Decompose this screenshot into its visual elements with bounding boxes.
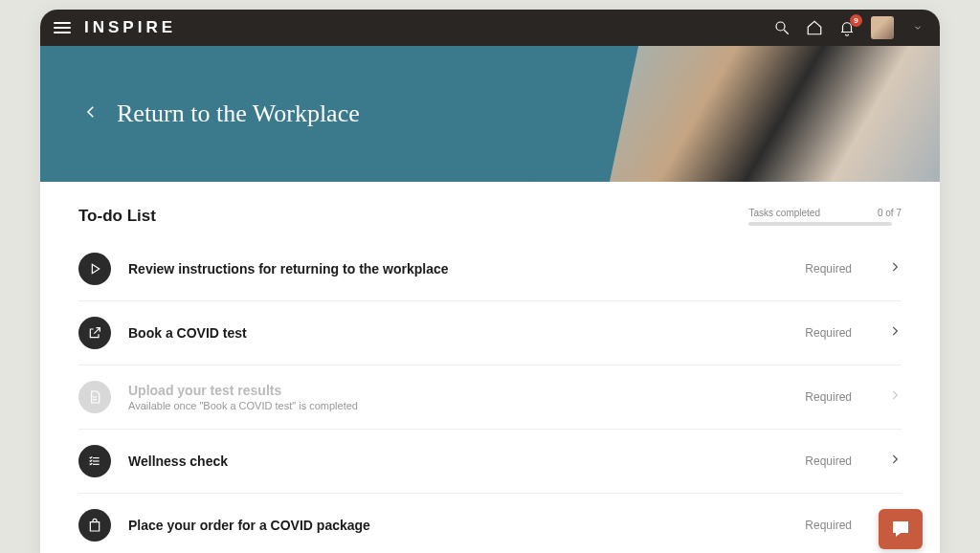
notifications-icon[interactable]: 9 [838, 19, 856, 36]
notification-badge: 9 [850, 14, 862, 27]
progress-bar [748, 222, 892, 226]
chat-button[interactable] [879, 509, 923, 549]
app-window: INSPIRE 9 Return to the Workplace [40, 10, 940, 553]
todo-tag: Required [805, 390, 852, 404]
svg-point-8 [902, 526, 904, 528]
topbar-actions: 9 [773, 16, 926, 39]
shopping-bag-icon [78, 509, 111, 542]
todo-title: Place your order for a COVID package [128, 518, 788, 533]
todo-subtitle: Available once "Book a COVID test" is co… [128, 400, 788, 411]
todo-item-order-package[interactable]: Place your order for a COVID package Req… [78, 494, 902, 553]
page-title: Return to the Workplace [117, 100, 360, 128]
todo-title: Upload your test results [128, 383, 788, 398]
todo-title: Wellness check [128, 453, 788, 469]
chevron-right-icon [888, 453, 902, 470]
chevron-right-icon [888, 388, 902, 406]
list-header: To-do List Tasks completed 0 of 7 [78, 207, 902, 226]
todo-item-wellness-check[interactable]: Wellness check Required [78, 430, 902, 494]
avatar[interactable] [871, 16, 894, 39]
todo-item-book-covid-test[interactable]: Book a COVID test Required [78, 301, 902, 365]
svg-marker-2 [92, 264, 99, 273]
todo-tag: Required [805, 262, 852, 276]
menu-icon[interactable] [54, 22, 71, 33]
list-heading: To-do List [78, 207, 156, 226]
todo-title: Book a COVID test [128, 325, 788, 341]
progress-indicator: Tasks completed 0 of 7 [748, 208, 902, 226]
progress-label: Tasks completed [748, 208, 819, 218]
topbar: INSPIRE 9 [40, 10, 940, 46]
svg-point-6 [897, 526, 899, 528]
todo-item-review-instructions[interactable]: Review instructions for returning to the… [78, 237, 902, 301]
todo-tag: Required [805, 454, 852, 468]
home-icon[interactable] [806, 19, 823, 36]
banner-image [586, 46, 940, 182]
back-icon[interactable] [82, 103, 100, 124]
todo-title: Review instructions for returning to the… [128, 261, 788, 276]
search-icon[interactable] [773, 19, 791, 36]
svg-line-1 [784, 30, 789, 34]
todo-tag: Required [805, 326, 852, 340]
page-banner: Return to the Workplace [40, 46, 940, 182]
todo-tag: Required [805, 519, 852, 532]
brand-logo: INSPIRE [84, 18, 176, 37]
main-content: To-do List Tasks completed 0 of 7 Review… [40, 182, 940, 553]
profile-menu-caret-icon[interactable] [909, 19, 926, 36]
external-link-icon [78, 317, 111, 349]
checklist-icon [78, 445, 111, 477]
chevron-right-icon [888, 324, 902, 342]
svg-point-7 [900, 526, 902, 528]
play-icon [78, 253, 111, 285]
document-icon [78, 381, 111, 413]
svg-point-0 [776, 22, 785, 31]
todo-item-upload-results: Upload your test results Available once … [78, 365, 902, 430]
chevron-right-icon [888, 260, 902, 277]
progress-value: 0 of 7 [878, 208, 902, 218]
